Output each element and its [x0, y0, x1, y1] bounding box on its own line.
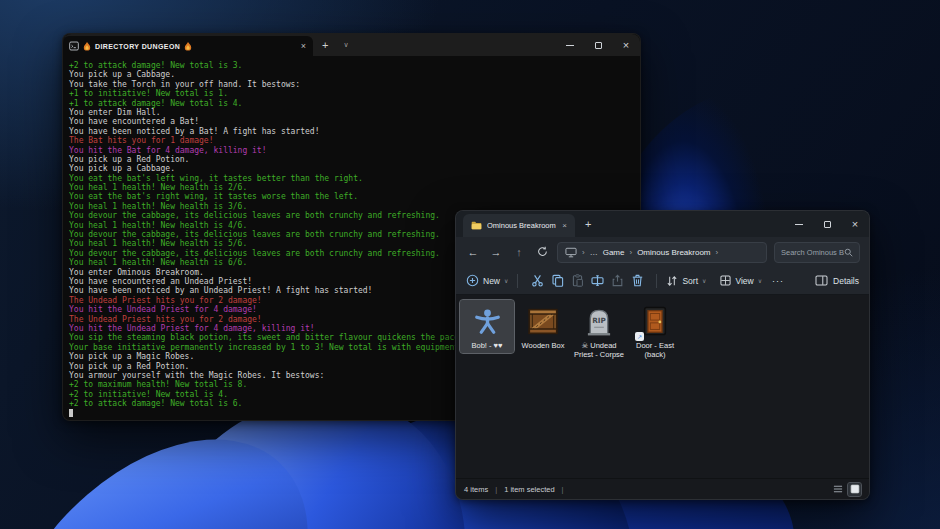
breadcrumb-chevron: › [716, 248, 719, 257]
terminal-line: You pick up a Cabbage. [69, 70, 634, 79]
terminal-line: You heal 1 health! New health is 2/6. [69, 183, 634, 192]
new-plus-icon [466, 274, 479, 287]
terminal-line: You have encountered a Bat! [69, 117, 634, 126]
tab-dropdown-button[interactable]: ∨ [337, 34, 354, 56]
file-item-bob[interactable]: Bob! - ♥♥ [460, 300, 514, 353]
terminal-tab[interactable]: DIRECTORY DUNGEON × [63, 36, 313, 56]
paste-button[interactable] [567, 274, 587, 287]
chevron-down-icon: ∨ [758, 277, 762, 284]
more-options-button[interactable]: ··· [772, 276, 784, 286]
breadcrumb-overflow[interactable]: … [590, 248, 598, 257]
details-button[interactable]: Details [815, 275, 859, 286]
refresh-icon [537, 246, 548, 257]
sort-button[interactable]: Sort ∨ [666, 275, 706, 287]
terminal-line: +1 to attack damage! New total is 4. [69, 99, 634, 108]
explorer-titlebar[interactable]: Ominous Breakroom × + × [456, 211, 869, 237]
status-bar: 4 items | 1 item selected | [456, 478, 869, 499]
breadcrumb-chevron: › [629, 248, 632, 257]
share-button[interactable] [607, 274, 627, 287]
terminal-line: You take the Torch in your off hand. It … [69, 80, 634, 89]
chevron-down-icon: ∨ [504, 277, 508, 284]
new-tab-button[interactable]: + [313, 34, 337, 56]
large-icons-view-button[interactable] [848, 483, 861, 496]
terminal-line: You eat the bat's right wing, it tastes … [69, 192, 634, 201]
explorer-tab[interactable]: Ominous Breakroom × [463, 214, 575, 237]
close-button[interactable]: × [841, 211, 869, 237]
shortcut-overlay-icon: ↗ [635, 332, 644, 341]
terminal-line: The Bat hits you for 1 damage! [69, 136, 634, 145]
command-bar: New ∨ [456, 267, 869, 295]
view-button-label: View [735, 276, 753, 286]
selection-count: 1 item selected [504, 485, 554, 494]
breadcrumb-item-ominous-breakroom[interactable]: Ominous Breakroom [637, 248, 710, 257]
terminal-line: You enter Dim Hall. [69, 108, 634, 117]
chevron-down-icon: ∨ [702, 277, 706, 284]
flame-icon [83, 42, 91, 51]
search-value: Search Ominous Bre [781, 248, 844, 257]
close-button[interactable]: × [612, 34, 640, 56]
tab-close-button[interactable]: × [301, 42, 306, 51]
terminal-line: You pick up a Red Potion. [69, 155, 634, 164]
search-input[interactable]: Search Ominous Bre [774, 242, 860, 263]
item-count: 4 items [464, 485, 488, 494]
rename-button[interactable] [587, 274, 607, 287]
door-icon [642, 306, 668, 336]
file-label: Bob! - ♥♥ [461, 342, 513, 351]
terminal-line: You pick up a Cabbage. [69, 164, 634, 173]
new-tab-button[interactable]: + [575, 211, 601, 237]
file-item-door-east[interactable]: ↗ Door - East (back) [628, 300, 682, 361]
explorer-window: Ominous Breakroom × + × ← → ↑ [455, 210, 870, 500]
file-label: Wooden Box [517, 342, 569, 351]
view-icon [720, 275, 731, 286]
new-button[interactable]: New ∨ [466, 274, 508, 287]
refresh-button[interactable] [534, 246, 550, 259]
details-button-label: Details [833, 276, 859, 286]
person-icon [474, 308, 501, 335]
folder-icon [471, 221, 482, 230]
terminal-tab-title: DIRECTORY DUNGEON [95, 43, 180, 50]
maximize-icon [595, 42, 602, 49]
delete-button[interactable] [627, 274, 647, 287]
tombstone-icon: RIP [586, 307, 612, 336]
breadcrumb-item-game[interactable]: Game [603, 248, 625, 257]
monitor-icon [565, 247, 577, 258]
breadcrumb-chevron: › [582, 248, 585, 257]
terminal-titlebar[interactable]: DIRECTORY DUNGEON × + ∨ × [63, 34, 640, 56]
details-view-button[interactable] [831, 483, 844, 496]
details-pane-icon [815, 275, 828, 286]
minimize-icon [795, 224, 803, 225]
status-divider: | [562, 485, 564, 494]
file-item-wooden-box[interactable]: Wooden Box [516, 300, 570, 353]
up-button[interactable]: ↑ [511, 246, 527, 258]
explorer-tab-title: Ominous Breakroom [487, 221, 557, 230]
minimize-icon [566, 45, 574, 46]
cut-button[interactable] [527, 274, 547, 287]
svg-text:RIP: RIP [592, 315, 606, 324]
tab-close-button[interactable]: × [562, 221, 567, 230]
file-label: Door - East (back) [629, 342, 681, 359]
terminal-line: You eat the bat's left wing, it tastes b… [69, 174, 634, 183]
status-divider: | [495, 485, 497, 494]
terminal-line: You have been noticed by a Bat! A fight … [69, 127, 634, 136]
new-button-label: New [483, 276, 500, 286]
view-button[interactable]: View ∨ [720, 275, 762, 286]
maximize-button[interactable] [813, 211, 841, 237]
crate-icon [528, 308, 558, 335]
desktop: DIRECTORY DUNGEON × + ∨ × +2 to attack d… [0, 0, 940, 529]
sort-icon [666, 275, 678, 287]
maximize-icon [824, 221, 831, 228]
maximize-button[interactable] [584, 34, 612, 56]
toolbar-divider [517, 274, 518, 288]
terminal-app-icon [69, 41, 79, 51]
forward-button[interactable]: → [488, 246, 504, 258]
terminal-line: +1 to initiative! New total is 1. [69, 89, 634, 98]
back-button[interactable]: ← [465, 246, 481, 258]
minimize-button[interactable] [785, 211, 813, 237]
flame-icon [184, 42, 192, 51]
minimize-button[interactable] [556, 34, 584, 56]
address-bar[interactable]: › … Game › Ominous Breakroom › [557, 242, 767, 263]
address-toolbar: ← → ↑ › … Game › Ominous Breakroom [456, 237, 869, 267]
file-item-undead-priest-corpse[interactable]: RIP ☠ Undead Priest - Corpse [572, 300, 626, 361]
copy-button[interactable] [547, 274, 567, 287]
toolbar-divider [656, 274, 657, 288]
